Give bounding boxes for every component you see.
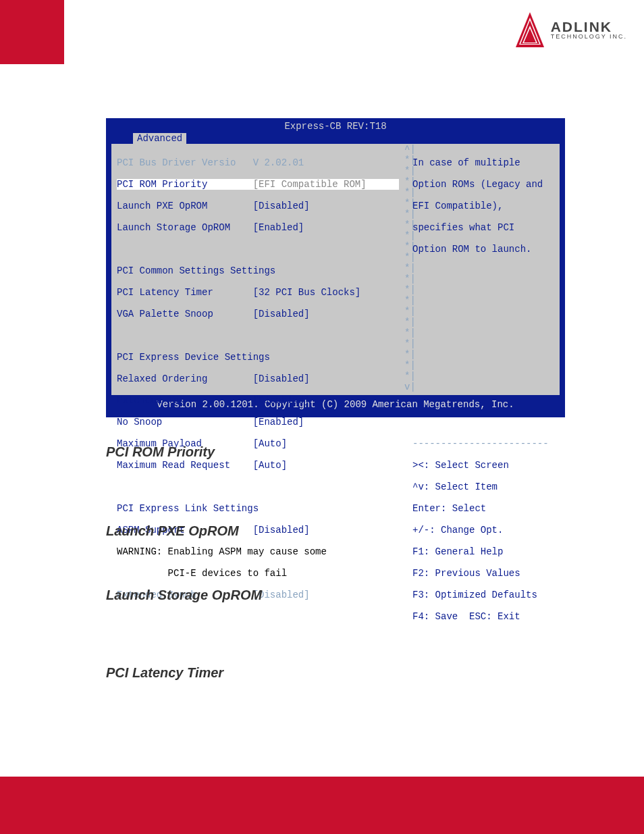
bios-group-title: PCI Express Device Settings [117, 352, 399, 363]
bios-key-hint: F1: General Help [412, 546, 557, 557]
bios-help-line: In case of multiple [412, 157, 557, 168]
bios-item-value[interactable]: [Enabled] [253, 417, 304, 427]
bios-item-value[interactable]: [Auto] [253, 460, 287, 471]
corner-red-tab [0, 0, 64, 64]
bios-item-value[interactable]: [Auto] [253, 438, 287, 449]
bios-item-label[interactable]: Launch Storage OpROM [117, 222, 230, 233]
bios-driver-version-value: V 2.02.01 [253, 157, 304, 168]
bios-tab-advanced[interactable]: Advanced [133, 133, 186, 144]
bios-warning-line-1: WARNING: Enabling ASPM may cause some [117, 546, 399, 557]
doc-heading-launch-storage-oprom: Launch Storage OpROM [106, 588, 262, 603]
bios-item-label[interactable]: Extended Tag [117, 395, 185, 406]
logo-triangle-icon [516, 12, 544, 47]
bios-selected-label[interactable]: PCI ROM Priority [117, 179, 207, 190]
bios-item-value[interactable]: [Disabled] [253, 525, 310, 536]
bios-item-label[interactable]: Relaxed Ordering [117, 373, 207, 384]
bios-key-hint: Enter: Select [412, 503, 557, 514]
bios-help-line: Option ROM to launch. [412, 244, 557, 255]
bios-help-line: EFI Compatible), [412, 201, 557, 211]
bios-left-pane: PCI Bus Driver Versio V 2.02.01 PCI ROM … [111, 144, 404, 395]
bios-item-value[interactable]: [Disabled] [253, 373, 310, 384]
bios-help-line: specifies what PCI [412, 222, 557, 233]
bios-group-title: PCI Common Settings Settings [117, 265, 399, 276]
bios-title: Express-CB REV:T18 [106, 118, 565, 133]
bios-warning-line-2: PCI-E devices to fail [117, 568, 399, 579]
bios-group-title: PCI Express Link Settings [117, 503, 399, 514]
doc-heading-launch-pxe-oprom: Launch PXE OpROM [106, 523, 239, 539]
bios-column-separator: ^| *| *| *| *| *| *| *| *| *| *| *| *| *… [404, 144, 410, 395]
bios-body: PCI Bus Driver Versio V 2.02.01 PCI ROM … [111, 144, 560, 395]
bios-item-label[interactable]: No Snoop [117, 417, 162, 427]
bios-item-value[interactable]: [Enabled] [253, 222, 304, 233]
bios-help-line: Option ROMs (Legacy and [412, 179, 557, 190]
bios-key-hint: F3: Optimized Defaults [412, 590, 557, 600]
brand-logo: ADLINK TECHNOLOGY INC. [516, 12, 627, 47]
doc-heading-pci-rom-priority: PCI ROM Priority [106, 444, 215, 460]
doc-heading-pci-latency-timer: PCI Latency Timer [106, 665, 223, 681]
bios-item-label[interactable]: Launch PXE OpROM [117, 201, 207, 211]
bios-key-hint: F4: Save ESC: Exit [412, 611, 557, 622]
bios-item-label[interactable]: VGA Palette Snoop [117, 309, 213, 319]
bios-item-value[interactable]: [Disabled] [253, 395, 310, 406]
logo-subtitle: TECHNOLOGY INC. [551, 34, 627, 40]
bios-key-hint: ^v: Select Item [412, 481, 557, 492]
bios-selected-value[interactable]: [EFI Compatible ROM] [253, 179, 367, 190]
footer-red-bar [0, 777, 644, 834]
bios-key-hint: ><: Select Screen [412, 460, 557, 471]
bios-key-hint: F2: Previous Values [412, 568, 557, 579]
bios-separator: ------------------------ [412, 438, 557, 449]
bios-right-pane: In case of multiple Option ROMs (Legacy … [410, 144, 560, 395]
bios-driver-version-label: PCI Bus Driver Versio [117, 157, 236, 168]
bios-tab-bar: Advanced [106, 133, 565, 144]
bios-item-label[interactable]: Maximum Read Request [117, 460, 230, 471]
bios-item-label[interactable]: PCI Latency Timer [117, 287, 213, 298]
bios-item-value[interactable]: [32 PCI Bus Clocks] [253, 287, 361, 298]
logo-name: ADLINK [551, 20, 627, 34]
bios-screenshot: Express-CB REV:T18 Advanced PCI Bus Driv… [106, 118, 565, 417]
bios-key-hint: +/-: Change Opt. [412, 525, 557, 536]
bios-item-value[interactable]: [Disabled] [253, 309, 310, 319]
bios-item-value[interactable]: [Disabled] [253, 201, 310, 211]
